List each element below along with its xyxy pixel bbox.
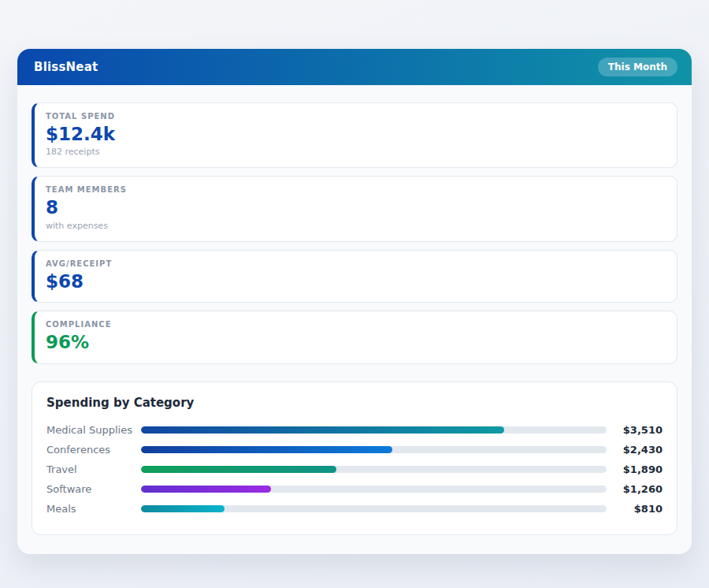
category-value: $2,430 <box>614 444 663 456</box>
dashboard-content: TOTAL SPEND$12.4k182 receiptsTEAM MEMBER… <box>17 85 692 535</box>
category-label: Travel <box>46 463 141 475</box>
stat-label: COMPLIANCE <box>46 320 664 329</box>
bar-fill <box>141 466 336 473</box>
app-header: BlissNeat This Month <box>17 49 692 85</box>
stat-card: TEAM MEMBERS8with expenses <box>32 176 677 241</box>
category-value: $1,260 <box>614 483 663 495</box>
category-row: Medical Supplies$3,510 <box>46 420 663 440</box>
stat-value: $12.4k <box>46 124 664 144</box>
stat-card: TOTAL SPEND$12.4k182 receipts <box>32 102 677 168</box>
stat-value: 96% <box>46 332 664 352</box>
category-row: Conferences$2,430 <box>46 440 663 460</box>
bar-track <box>141 446 607 453</box>
dashboard-panel: BlissNeat This Month TOTAL SPEND$12.4k18… <box>17 49 692 554</box>
bar-track <box>141 426 607 434</box>
bar-fill <box>141 446 392 453</box>
stat-value: $68 <box>46 271 664 292</box>
stat-card: AVG/RECEIPT$68 <box>32 250 677 303</box>
stat-label: TOTAL SPEND <box>46 112 664 121</box>
bar-fill <box>141 486 271 493</box>
stat-card: COMPLIANCE96% <box>32 311 677 363</box>
stat-label: AVG/RECEIPT <box>46 259 664 268</box>
category-label: Medical Supplies <box>46 424 141 436</box>
stat-label: TEAM MEMBERS <box>46 185 664 194</box>
category-row: Software$1,260 <box>46 479 663 499</box>
bar-track <box>141 466 607 473</box>
app-title: BlissNeat <box>34 60 98 74</box>
category-row: Travel$1,890 <box>46 460 663 479</box>
bar-fill <box>141 426 504 434</box>
bar-track <box>141 505 607 512</box>
category-row: Meals$810 <box>46 499 663 519</box>
stat-sublabel: 182 receipts <box>46 147 664 157</box>
spending-by-category-card: Spending by Category Medical Supplies$3,… <box>32 381 677 535</box>
category-label: Meals <box>46 503 141 515</box>
category-value: $1,890 <box>614 463 663 475</box>
category-label: Conferences <box>46 444 141 456</box>
stat-value: 8 <box>46 197 664 218</box>
stats-list: TOTAL SPEND$12.4k182 receiptsTEAM MEMBER… <box>32 102 677 364</box>
category-label: Software <box>46 483 141 495</box>
category-value: $3,510 <box>614 424 663 436</box>
stat-sublabel: with expenses <box>46 221 664 231</box>
category-value: $810 <box>614 503 663 515</box>
bar-fill <box>141 505 225 512</box>
section-title: Spending by Category <box>46 396 663 410</box>
category-bar-list: Medical Supplies$3,510Conferences$2,430T… <box>46 420 663 519</box>
period-badge[interactable]: This Month <box>598 58 677 76</box>
bar-track <box>141 486 607 493</box>
